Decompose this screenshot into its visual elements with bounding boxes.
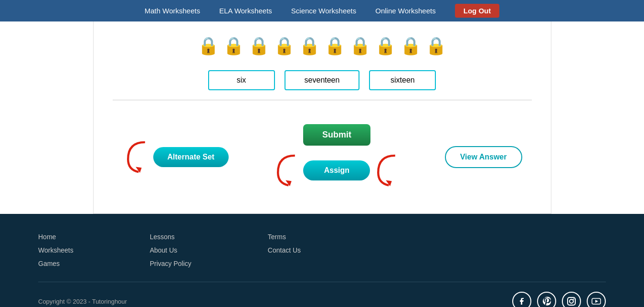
nav-math-worksheets[interactable]: Math Worksheets: [145, 7, 200, 15]
copyright-text: Copyright © 2023 - Tutoringhour: [38, 298, 127, 305]
footer-link-lessons[interactable]: Lessons: [150, 233, 191, 241]
lock-icon-3: 🔒: [248, 36, 270, 56]
social-icons-group: [512, 292, 606, 307]
footer-link-about-us[interactable]: About Us: [150, 246, 191, 254]
assign-button[interactable]: Assign: [303, 160, 370, 180]
footer-bottom: Copyright © 2023 - Tutoringhour: [38, 282, 606, 307]
lock-icon-2: 🔒: [223, 36, 244, 56]
lock-icon-1: 🔒: [198, 36, 219, 56]
lock-icon-4: 🔒: [274, 36, 295, 56]
lock-icon-8: 🔒: [375, 36, 396, 56]
answer-choice-six[interactable]: six: [208, 70, 275, 90]
answer-choices-row: six seventeen sixteen: [113, 70, 532, 90]
lock-icon-10: 🔒: [425, 36, 447, 56]
footer-col-2: Lessons About Us Privacy Policy: [150, 233, 191, 267]
footer-col-1: Home Worksheets Games: [38, 233, 74, 267]
footer-link-games[interactable]: Games: [38, 260, 74, 267]
section-divider: [113, 100, 532, 100]
center-buttons-group: Submit Assign: [272, 124, 401, 190]
nav-ela-worksheets[interactable]: ELA Worksheets: [219, 7, 272, 15]
lock-icon-5: 🔒: [299, 36, 320, 56]
arrow-left-icon: [122, 138, 151, 176]
pinterest-icon[interactable]: [537, 292, 556, 307]
instagram-icon[interactable]: [562, 292, 581, 307]
locks-row: 🔒 🔒 🔒 🔒 🔒 🔒 🔒 🔒 🔒 🔒: [113, 31, 532, 65]
answer-choice-sixteen[interactable]: sixteen: [369, 70, 436, 90]
lock-icon-7: 🔒: [349, 36, 371, 56]
footer-link-privacy-policy[interactable]: Privacy Policy: [150, 260, 191, 267]
logout-button[interactable]: Log Out: [455, 4, 499, 18]
alternate-set-group: Alternate Set: [122, 138, 229, 176]
svg-point-5: [573, 298, 574, 299]
footer-links-section: Home Worksheets Games Lessons About Us P…: [38, 233, 606, 267]
nav-science-worksheets[interactable]: Science Worksheets: [291, 7, 356, 15]
footer-link-terms[interactable]: Terms: [268, 233, 301, 241]
site-footer: Home Worksheets Games Lessons About Us P…: [0, 214, 644, 307]
footer-link-worksheets[interactable]: Worksheets: [38, 246, 74, 254]
youtube-icon[interactable]: [587, 292, 606, 307]
site-header: Math Worksheets ELA Worksheets Science W…: [0, 0, 644, 21]
action-buttons-row: Alternate Set Submit Assign View Answer: [113, 110, 532, 194]
footer-col-3: Terms Contact Us: [268, 233, 301, 267]
lock-icon-9: 🔒: [400, 36, 422, 56]
nav-online-worksheets[interactable]: Online Worksheets: [375, 7, 435, 15]
svg-point-4: [570, 299, 573, 303]
svg-marker-7: [595, 300, 598, 303]
footer-link-contact-us[interactable]: Contact Us: [268, 246, 301, 254]
facebook-icon[interactable]: [512, 292, 531, 307]
lock-icon-6: 🔒: [324, 36, 346, 56]
view-answer-button[interactable]: View Answer: [445, 146, 522, 168]
view-answer-group: View Answer: [445, 146, 522, 168]
answer-choice-seventeen[interactable]: seventeen: [285, 70, 360, 90]
svg-rect-3: [568, 297, 575, 305]
main-content-area: 🔒 🔒 🔒 🔒 🔒 🔒 🔒 🔒 🔒 🔒 six seventeen sixtee…: [93, 21, 551, 214]
arrow-right-icon: [272, 151, 301, 190]
alternate-set-button[interactable]: Alternate Set: [153, 147, 229, 167]
footer-link-home[interactable]: Home: [38, 233, 74, 241]
submit-button[interactable]: Submit: [303, 124, 370, 146]
arrow-assign-right-icon: [372, 151, 401, 190]
